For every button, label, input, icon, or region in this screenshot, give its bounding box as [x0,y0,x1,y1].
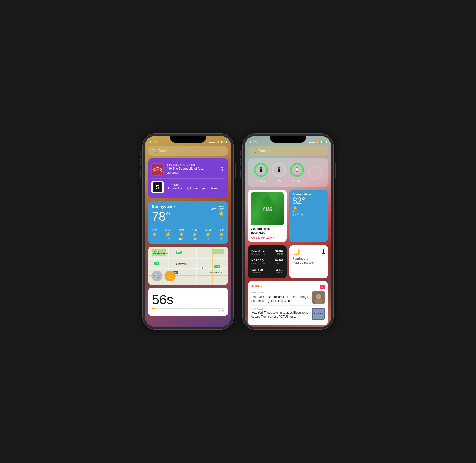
weather-temp-right: 82° [292,196,325,205]
timer-widget[interactable]: 56s 60m [148,288,228,316]
weather-widget-left[interactable]: Sunny H:78° L:53° ☀️ Sunnyvale ➤ 78° [148,201,228,244]
podcast-item-2[interactable]: S S1 BONUS Update: Day 01, Adnan Syed's … [151,178,225,195]
reminders-item: Water the peppers [292,261,325,264]
weather-hour-6: 6PM ☀️ 76° [219,228,224,240]
signal-icon: ●●●● [208,141,215,143]
news-item-1[interactable]: VANITY FAIR "We Have to Be Prepared for … [251,289,325,305]
battery-ring-3: ⌚ [289,162,305,178]
left-phone: 3:48 ●●●● 📶 🔍 Search [143,134,233,329]
location-arrow-left: ➤ [173,205,176,209]
news-thumb-1 [312,291,325,303]
news-widget[interactable]: N Politics VANITY FAIR "We Have to Be Pr… [248,281,328,325]
svg-point-16 [316,294,321,299]
podcasts-widget[interactable]: reply-all RESUME · 32 MIN LEFT #96 The S… [148,159,228,198]
svg-point-14 [263,195,271,206]
stock-row-1: Dow Jones Dow Jones Ind... 26,067 +177.1… [251,248,283,257]
battery-icon-left [221,141,227,143]
sun-4: ☀️ [192,232,197,237]
podcast-info-2: S1 BONUS Update: Day 01, Adnan Syed's He… [167,184,225,191]
apple-news-icon: N [320,285,325,289]
power-button[interactable] [235,162,236,178]
search-label-right: Search [259,149,271,153]
news-text-1: VANITY FAIR "We Have to Be Prepared for … [251,291,310,303]
map-label-mountain-view: Mountain View [153,252,168,255]
sun-5: ☀️ [206,232,210,237]
battery-ring-1: 📱 [253,162,269,178]
map-badge-101: 101 [215,265,220,268]
right-phone: 3:50 ●●●● 📶 🔍 Search [243,134,333,329]
notch [170,136,206,142]
podcast-art-serial: S [151,181,164,193]
stock-change-1: +177.10 [274,253,283,255]
map-food-button[interactable]: 🍴 [165,270,176,281]
sun-6: ☀️ [219,232,224,237]
battery-pct-2: 78% [276,179,282,183]
silent-switch[interactable] [140,151,141,156]
stock-price-1: 26,067 [274,249,283,253]
podcast-item-1[interactable]: reply-all RESUME · 32 MIN LEFT #96 The S… [151,162,225,177]
right-phone-screen: 3:50 ●●●● 📶 🔍 Search [245,136,331,327]
reminders-icon: 🌙 [292,248,301,256]
stock-price-3: 3,170 [276,268,283,271]
news-item-2[interactable]: FOX NEWS New York Times columnist urges … [251,305,325,322]
weather-widget-right[interactable]: Sunnyvale ➤ 82° ☀️ Sunny H:84° L:55° [289,190,328,242]
reminders-widget[interactable]: 1 🌙 Reminders Water the peppers [289,245,328,278]
stock-name-3: S&P 500 [251,268,263,271]
sunny-icon-right: ☀️ [292,206,297,211]
music-widget[interactable]: 70s ♪ 70s Soft Rock Essentials A [248,190,287,242]
map-search-button[interactable]: 🔍 [151,270,162,281]
map-label-sunnyvale: Sunnyvale [176,263,187,265]
sun-2: ☀️ [166,232,171,237]
stocks-widget[interactable]: Dow Jones Dow Jones Ind... 26,067 +177.1… [248,245,287,278]
two-col-row-2: Dow Jones Dow Jones Ind... 26,067 +177.1… [248,245,328,278]
battery-device-3: ⌚ 100% [289,162,305,183]
right-scroll-content[interactable]: 🔍 Search 📱 100% [245,146,331,327]
weather-top: Sunny H:78° L:53° ☀️ Sunnyvale ➤ 78° [152,204,224,223]
map-label-santa-clara: Santa Clara [210,271,222,274]
weather-hour-3: 3PM ☀️ 82° [179,228,184,240]
stock-name-1: Dow Jones [251,249,267,253]
power-button-right[interactable] [335,162,336,178]
right-phone-inner: 3:50 ●●●● 📶 🔍 Search [245,136,331,327]
wifi-icon: 📶 [216,140,220,144]
volume-up-button[interactable] [140,158,141,166]
notch-right [270,136,306,142]
battery-pct-1: 100% [257,179,265,183]
weather-hilo-left: H:78° L:53° [211,208,224,211]
podcast-label-1: RESUME · 32 MIN LEFT [167,164,217,167]
battery-widget[interactable]: 📱 100% 📱 [248,159,328,187]
stock-full-1: Dow Jones Ind... [251,253,267,255]
reminders-label: Reminders [292,257,325,260]
stock-change-3: +24.62 [276,271,283,274]
svg-text:reply-all: reply-all [153,169,162,171]
status-icons-left: ●●●● 📶 [208,140,227,144]
time-left: 3:48 [149,140,157,144]
volume-down-button-right[interactable] [240,169,241,178]
maps-widget[interactable]: 85 237 101 280 85 Mountain View Sunnyval… [148,247,228,285]
battery-device-1: 📱 100% [253,162,269,183]
stock-full-2: NASDAQ Com... [251,262,267,265]
news-headline-1: "We Have to Be Prepared for Trump Losing… [251,295,310,303]
reminders-header: 1 🌙 [292,248,325,256]
left-scroll-content[interactable]: 🔍 Search reply-all [145,146,231,327]
map-badge-237: 237 [176,250,182,254]
podcast-label-2: S1 BONUS [167,184,225,187]
stock-info-1: Dow Jones Dow Jones Ind... [251,249,267,255]
news-headline-2: New York Times columnist urges Biden not… [251,311,310,319]
news-header: N Politics [251,285,325,289]
left-phone-inner: 3:48 ●●●● 📶 🔍 Search [145,136,231,327]
timer-progress-bar [152,308,224,309]
sun-1: ☀️ [152,232,157,237]
battery-ring-4 [307,165,323,180]
volume-down-button[interactable] [140,169,141,178]
svg-text:📱: 📱 [277,167,281,172]
volume-up-button-right[interactable] [240,158,241,166]
search-bar-left[interactable]: 🔍 Search [148,146,228,156]
sunny-icon-left: ☀️ [218,211,224,216]
stock-info-3: S&P 500 S&P 500 [251,268,263,274]
time-right: 3:50 [249,140,257,144]
search-bar-right[interactable]: 🔍 Search [248,146,328,156]
battery-ring-2: 📱 [271,162,287,178]
news-source-1: VANITY FAIR [251,291,310,294]
silent-switch-right[interactable] [240,151,241,156]
